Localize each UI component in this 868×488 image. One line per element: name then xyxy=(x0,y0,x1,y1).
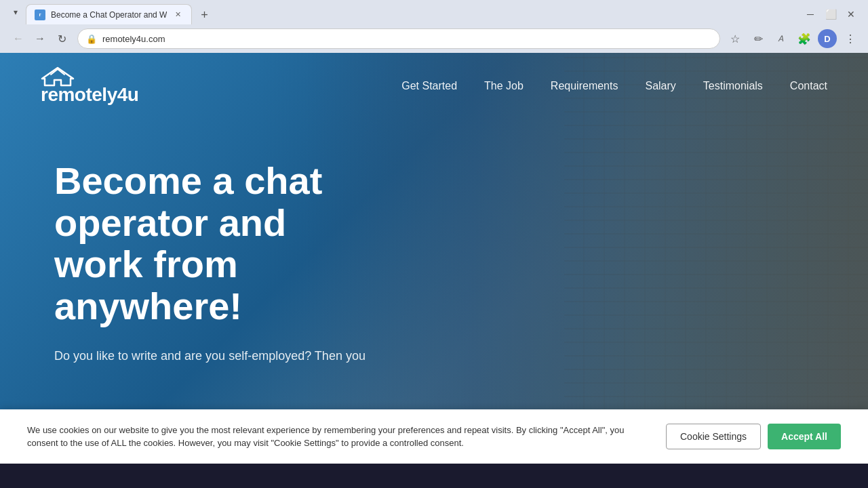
close-button[interactable]: ✕ xyxy=(842,5,860,23)
nav-contact[interactable]: Contact xyxy=(790,80,827,92)
nav-requirements[interactable]: Requirements xyxy=(551,80,618,92)
tab-close-button[interactable]: ✕ xyxy=(172,9,183,20)
logo-text: remotely4u xyxy=(41,84,138,106)
new-tab-button[interactable]: + xyxy=(195,5,214,24)
nav-testimonials[interactable]: Testimonials xyxy=(703,80,763,92)
menu-button[interactable]: ⋮ xyxy=(841,29,860,48)
back-button[interactable]: ← xyxy=(8,28,28,49)
cookie-text: We use cookies on our website to give yo… xyxy=(27,424,652,450)
bookmark-button[interactable]: ☆ xyxy=(726,29,745,48)
website-viewport: remotely4u Get Started The Job Requireme… xyxy=(0,53,868,464)
address-bar[interactable]: 🔒 remotely4u.com xyxy=(77,28,720,49)
cookie-settings-button[interactable]: Cookie Settings xyxy=(666,424,761,449)
cookie-bar: We use cookies on our website to give yo… xyxy=(0,409,868,464)
logo[interactable]: remotely4u xyxy=(41,66,138,106)
tab-list-button[interactable]: ▾ xyxy=(5,2,26,22)
tab-favicon: r xyxy=(35,9,45,20)
nav-get-started[interactable]: Get Started xyxy=(401,80,457,92)
forward-button[interactable]: → xyxy=(30,28,50,49)
url-display: remotely4u.com xyxy=(102,34,711,44)
extensions-button[interactable]: 🧩 xyxy=(795,29,814,48)
reader-mode-button[interactable]: 𝘈 xyxy=(772,29,791,48)
reload-button[interactable]: ↻ xyxy=(52,28,72,49)
hero-subtitle: Do you like to write and are you self-em… xyxy=(54,347,380,365)
navbar: remotely4u Get Started The Job Requireme… xyxy=(0,53,868,119)
profile-button[interactable]: D xyxy=(818,29,837,48)
accept-all-button[interactable]: Accept All xyxy=(768,424,841,449)
hero-title: Become a chat operator and work from any… xyxy=(54,160,380,327)
minimize-button[interactable]: ─ xyxy=(802,5,819,23)
browser-tab[interactable]: r Become a Chat Operator and W ✕ xyxy=(26,4,192,24)
nav-the-job[interactable]: The Job xyxy=(484,80,524,92)
maximize-button[interactable]: ⬜ xyxy=(822,5,840,23)
hero-content: Become a chat operator and work from any… xyxy=(0,119,434,406)
nav-salary[interactable]: Salary xyxy=(645,80,675,92)
tab-title: Become a Chat Operator and W xyxy=(51,10,167,20)
edit-button[interactable]: ✏ xyxy=(749,29,768,48)
cookie-buttons: Cookie Settings Accept All xyxy=(666,424,841,449)
nav-menu: Get Started The Job Requirements Salary … xyxy=(401,80,827,92)
security-icon: 🔒 xyxy=(86,34,97,44)
